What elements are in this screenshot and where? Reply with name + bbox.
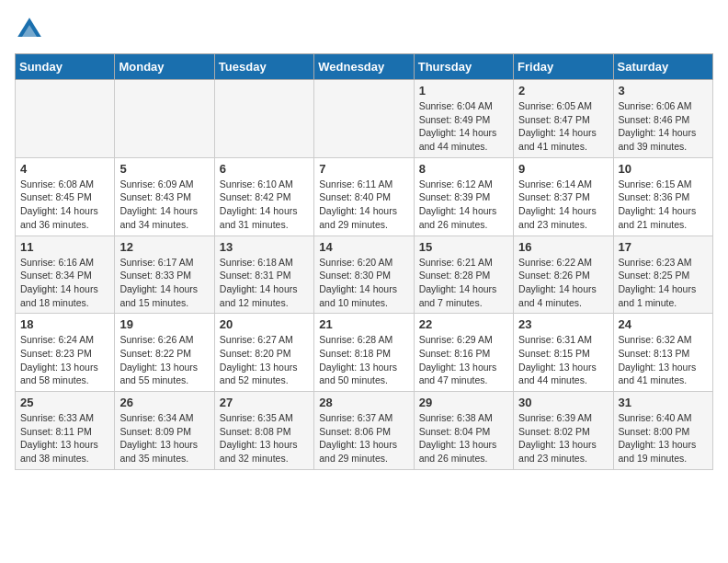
day-info: Sunrise: 6:31 AM Sunset: 8:15 PM Dayligh… xyxy=(518,333,608,387)
day-info: Sunrise: 6:23 AM Sunset: 8:25 PM Dayligh… xyxy=(619,256,708,310)
calendar-cell: 4Sunrise: 6:08 AM Sunset: 8:45 PM Daylig… xyxy=(16,157,115,236)
week-row-4: 18Sunrise: 6:24 AM Sunset: 8:23 PM Dayli… xyxy=(16,314,713,392)
page: SundayMondayTuesdayWednesdayThursdayFrid… xyxy=(0,0,728,479)
day-number: 9 xyxy=(518,162,608,176)
calendar-body: 1Sunrise: 6:04 AM Sunset: 8:49 PM Daylig… xyxy=(16,80,713,470)
day-info: Sunrise: 6:12 AM Sunset: 8:39 PM Dayligh… xyxy=(419,178,508,232)
calendar-cell: 9Sunrise: 6:14 AM Sunset: 8:37 PM Daylig… xyxy=(514,157,613,236)
calendar-cell: 6Sunrise: 6:10 AM Sunset: 8:42 PM Daylig… xyxy=(214,157,313,236)
calendar-cell: 30Sunrise: 6:39 AM Sunset: 8:02 PM Dayli… xyxy=(514,392,613,470)
day-number: 18 xyxy=(20,317,109,331)
calendar-cell: 13Sunrise: 6:18 AM Sunset: 8:31 PM Dayli… xyxy=(214,236,313,314)
calendar-cell: 26Sunrise: 6:34 AM Sunset: 8:09 PM Dayli… xyxy=(115,392,214,470)
day-info: Sunrise: 6:33 AM Sunset: 8:11 PM Dayligh… xyxy=(20,411,109,465)
day-info: Sunrise: 6:17 AM Sunset: 8:33 PM Dayligh… xyxy=(119,256,209,310)
day-info: Sunrise: 6:29 AM Sunset: 8:16 PM Dayligh… xyxy=(419,333,508,387)
calendar-cell: 28Sunrise: 6:37 AM Sunset: 8:06 PM Dayli… xyxy=(314,392,414,470)
logo xyxy=(15,15,48,44)
weekday-friday: Friday xyxy=(514,54,613,80)
day-number: 5 xyxy=(119,162,209,176)
weekday-saturday: Saturday xyxy=(613,54,712,80)
calendar-cell xyxy=(314,80,414,158)
day-number: 6 xyxy=(220,162,309,176)
day-number: 31 xyxy=(619,396,708,409)
day-number: 29 xyxy=(419,396,508,409)
calendar-cell xyxy=(115,80,214,158)
calendar-cell: 25Sunrise: 6:33 AM Sunset: 8:11 PM Dayli… xyxy=(16,392,115,470)
calendar-cell: 15Sunrise: 6:21 AM Sunset: 8:28 PM Dayli… xyxy=(414,236,513,314)
calendar-cell xyxy=(16,80,115,158)
day-number: 3 xyxy=(619,84,708,98)
day-info: Sunrise: 6:05 AM Sunset: 8:47 PM Dayligh… xyxy=(518,99,608,154)
day-info: Sunrise: 6:40 AM Sunset: 8:00 PM Dayligh… xyxy=(619,411,708,465)
calendar-cell: 29Sunrise: 6:38 AM Sunset: 8:04 PM Dayli… xyxy=(414,392,513,470)
day-number: 17 xyxy=(619,240,708,254)
day-info: Sunrise: 6:37 AM Sunset: 8:06 PM Dayligh… xyxy=(319,411,408,465)
day-info: Sunrise: 6:32 AM Sunset: 8:13 PM Dayligh… xyxy=(619,333,708,387)
calendar-cell: 24Sunrise: 6:32 AM Sunset: 8:13 PM Dayli… xyxy=(613,314,712,392)
calendar-cell: 3Sunrise: 6:06 AM Sunset: 8:46 PM Daylig… xyxy=(613,80,712,158)
calendar-cell: 21Sunrise: 6:28 AM Sunset: 8:18 PM Dayli… xyxy=(314,314,414,392)
calendar-cell: 10Sunrise: 6:15 AM Sunset: 8:36 PM Dayli… xyxy=(613,157,712,236)
calendar-cell: 20Sunrise: 6:27 AM Sunset: 8:20 PM Dayli… xyxy=(214,314,313,392)
calendar-table: SundayMondayTuesdayWednesdayThursdayFrid… xyxy=(15,53,713,470)
day-number: 2 xyxy=(518,84,608,98)
calendar-cell: 11Sunrise: 6:16 AM Sunset: 8:34 PM Dayli… xyxy=(16,236,115,314)
weekday-sunday: Sunday xyxy=(16,54,115,80)
weekday-monday: Monday xyxy=(115,54,214,80)
calendar-cell: 5Sunrise: 6:09 AM Sunset: 8:43 PM Daylig… xyxy=(115,157,214,236)
calendar-cell: 16Sunrise: 6:22 AM Sunset: 8:26 PM Dayli… xyxy=(514,236,613,314)
day-number: 24 xyxy=(619,317,708,331)
calendar-cell: 23Sunrise: 6:31 AM Sunset: 8:15 PM Dayli… xyxy=(514,314,613,392)
week-row-5: 25Sunrise: 6:33 AM Sunset: 8:11 PM Dayli… xyxy=(16,392,713,470)
week-row-3: 11Sunrise: 6:16 AM Sunset: 8:34 PM Dayli… xyxy=(16,236,713,314)
day-number: 20 xyxy=(220,317,309,331)
day-number: 16 xyxy=(518,240,608,254)
day-info: Sunrise: 6:35 AM Sunset: 8:08 PM Dayligh… xyxy=(220,411,309,465)
calendar-cell: 19Sunrise: 6:26 AM Sunset: 8:22 PM Dayli… xyxy=(115,314,214,392)
day-number: 10 xyxy=(619,162,708,176)
calendar-cell: 12Sunrise: 6:17 AM Sunset: 8:33 PM Dayli… xyxy=(115,236,214,314)
day-info: Sunrise: 6:09 AM Sunset: 8:43 PM Dayligh… xyxy=(119,178,209,232)
day-info: Sunrise: 6:39 AM Sunset: 8:02 PM Dayligh… xyxy=(518,411,608,465)
day-info: Sunrise: 6:15 AM Sunset: 8:36 PM Dayligh… xyxy=(619,178,708,232)
day-info: Sunrise: 6:22 AM Sunset: 8:26 PM Dayligh… xyxy=(518,256,608,310)
day-info: Sunrise: 6:11 AM Sunset: 8:40 PM Dayligh… xyxy=(319,178,408,232)
day-number: 26 xyxy=(119,396,209,409)
calendar-cell: 17Sunrise: 6:23 AM Sunset: 8:25 PM Dayli… xyxy=(613,236,712,314)
day-info: Sunrise: 6:18 AM Sunset: 8:31 PM Dayligh… xyxy=(220,256,309,310)
day-info: Sunrise: 6:10 AM Sunset: 8:42 PM Dayligh… xyxy=(220,178,309,232)
day-info: Sunrise: 6:34 AM Sunset: 8:09 PM Dayligh… xyxy=(119,411,209,465)
calendar-cell: 18Sunrise: 6:24 AM Sunset: 8:23 PM Dayli… xyxy=(16,314,115,392)
day-number: 23 xyxy=(518,317,608,331)
day-info: Sunrise: 6:27 AM Sunset: 8:20 PM Dayligh… xyxy=(220,333,309,387)
day-info: Sunrise: 6:06 AM Sunset: 8:46 PM Dayligh… xyxy=(619,99,708,154)
calendar-cell: 22Sunrise: 6:29 AM Sunset: 8:16 PM Dayli… xyxy=(414,314,513,392)
day-info: Sunrise: 6:38 AM Sunset: 8:04 PM Dayligh… xyxy=(419,411,508,465)
day-number: 28 xyxy=(319,396,408,409)
calendar-cell: 31Sunrise: 6:40 AM Sunset: 8:00 PM Dayli… xyxy=(613,392,712,470)
day-number: 14 xyxy=(319,240,408,254)
day-number: 12 xyxy=(119,240,209,254)
calendar-header: SundayMondayTuesdayWednesdayThursdayFrid… xyxy=(16,54,713,80)
calendar-cell: 1Sunrise: 6:04 AM Sunset: 8:49 PM Daylig… xyxy=(414,80,513,158)
day-number: 19 xyxy=(119,317,209,331)
weekday-tuesday: Tuesday xyxy=(214,54,313,80)
calendar-cell: 7Sunrise: 6:11 AM Sunset: 8:40 PM Daylig… xyxy=(314,157,414,236)
day-number: 15 xyxy=(419,240,508,254)
day-info: Sunrise: 6:14 AM Sunset: 8:37 PM Dayligh… xyxy=(518,178,608,232)
week-row-2: 4Sunrise: 6:08 AM Sunset: 8:45 PM Daylig… xyxy=(16,157,713,236)
calendar-cell: 2Sunrise: 6:05 AM Sunset: 8:47 PM Daylig… xyxy=(514,80,613,158)
day-number: 1 xyxy=(419,84,508,98)
header xyxy=(15,15,713,44)
weekday-thursday: Thursday xyxy=(414,54,513,80)
day-info: Sunrise: 6:24 AM Sunset: 8:23 PM Dayligh… xyxy=(20,333,109,387)
calendar-cell: 27Sunrise: 6:35 AM Sunset: 8:08 PM Dayli… xyxy=(214,392,313,470)
calendar-cell: 14Sunrise: 6:20 AM Sunset: 8:30 PM Dayli… xyxy=(314,236,414,314)
day-number: 4 xyxy=(20,162,109,176)
day-info: Sunrise: 6:28 AM Sunset: 8:18 PM Dayligh… xyxy=(319,333,408,387)
day-number: 11 xyxy=(20,240,109,254)
day-number: 8 xyxy=(419,162,508,176)
day-number: 13 xyxy=(220,240,309,254)
day-number: 22 xyxy=(419,317,508,331)
